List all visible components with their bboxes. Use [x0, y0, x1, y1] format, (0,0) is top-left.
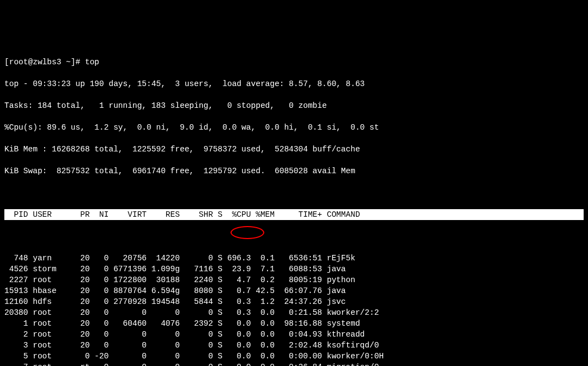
top-summary-tasks: Tasks: 184 total, 1 running, 183 sleepin… — [4, 100, 584, 111]
top-summary-mem: KiB Mem : 16268268 total, 1225592 free, … — [4, 144, 584, 155]
top-summary-cpu: %Cpu(s): 89.6 us, 1.2 sy, 0.0 ni, 9.0 id… — [4, 122, 584, 133]
shell-prompt: [root@zwlbs3 ~]# — [4, 58, 85, 66]
annotation-circle — [231, 226, 264, 239]
process-row: 1 root 20 0 60460 4076 2392 S 0.0 0.0 98… — [4, 318, 584, 329]
prompt-line: [root@zwlbs3 ~]# top — [4, 57, 584, 68]
process-row: 15913 hbase 20 0 8870764 6.594g 8080 S 0… — [4, 285, 584, 296]
command-text: top — [85, 58, 99, 66]
process-row: 5 root 0 -20 0 0 0 S 0.0 0.0 0:00.00 kwo… — [4, 351, 584, 362]
process-row: 3 root 20 0 0 0 0 S 0.0 0.0 2:02.48 ksof… — [4, 340, 584, 351]
process-row: 7 root rt 0 0 0 0 S 0.0 0.0 0:26.84 migr… — [4, 362, 584, 366]
process-row: 20380 root 20 0 0 0 0 S 0.3 0.0 0:21.58 … — [4, 307, 584, 318]
process-row: 12160 hdfs 20 0 2770928 194548 5844 S 0.… — [4, 296, 584, 307]
process-table-body: 748 yarn 20 0 20756 14220 0 S 696.3 0.1 … — [4, 231, 584, 366]
blank-line — [4, 187, 584, 198]
process-row: 2227 root 20 0 1722800 30188 2240 S 4.7 … — [4, 274, 584, 285]
process-row: 4526 storm 20 0 6771396 1.099g 7116 S 23… — [4, 264, 584, 274]
terminal-window[interactable]: [root@zwlbs3 ~]# top top - 09:33:23 up 1… — [0, 44, 588, 366]
top-summary-line1: top - 09:33:23 up 190 days, 15:45, 3 use… — [4, 78, 584, 89]
process-row: 2 root 20 0 0 0 0 S 0.0 0.0 0:04.93 kthr… — [4, 329, 584, 340]
process-table-header: PID USER PR NI VIRT RES SHR S %CPU %MEM … — [4, 209, 584, 220]
process-row: 748 yarn 20 0 20756 14220 0 S 696.3 0.1 … — [4, 253, 584, 264]
top-summary-swap: KiB Swap: 8257532 total, 6961740 free, 1… — [4, 166, 584, 176]
